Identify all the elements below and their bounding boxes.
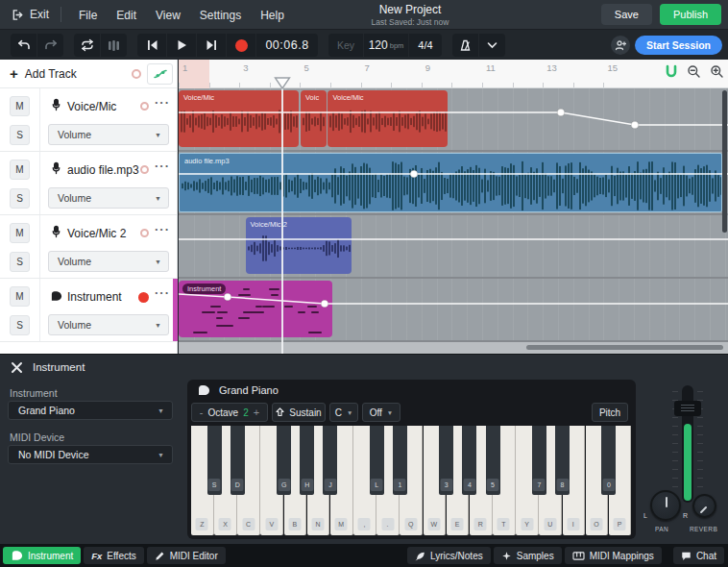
octave-plus-button[interactable]: + <box>254 407 259 418</box>
tab-midi-mappings[interactable]: MIDI Mappings <box>565 547 662 564</box>
zoom-in-button[interactable] <box>710 64 724 79</box>
track-row[interactable]: MSVoice/Mic···Volume▼ <box>0 88 177 152</box>
volume-select[interactable]: Volume▼ <box>48 251 169 272</box>
menu-item-help[interactable]: Help <box>260 9 284 22</box>
skip-back-button[interactable] <box>137 34 166 57</box>
black-key-J[interactable]: J <box>323 426 337 495</box>
track-row[interactable]: MSInstrument···Volume▼ <box>0 279 177 342</box>
clip-voic[interactable]: Voic <box>301 90 327 147</box>
black-key-4[interactable]: 4 <box>462 426 476 495</box>
clip-voice-mic-2[interactable]: Voice/Mic 2 <box>246 217 352 274</box>
automation-toggle-button[interactable] <box>147 63 173 85</box>
pan-knob[interactable] <box>650 490 681 521</box>
redo-button[interactable] <box>37 34 63 57</box>
mute-button[interactable]: M <box>10 96 30 116</box>
black-key-1[interactable]: 1 <box>393 426 407 495</box>
mute-button[interactable]: M <box>10 286 30 307</box>
black-key-L[interactable]: L <box>370 426 384 495</box>
solo-button[interactable]: S <box>10 188 30 209</box>
solo-button[interactable]: S <box>10 315 30 335</box>
clip-voice-mic[interactable]: Voice/Mic <box>328 90 448 147</box>
pan-right-label: R <box>683 512 688 519</box>
octave-control[interactable]: - Octave 2 + <box>191 403 268 422</box>
tab-chat[interactable]: Chat <box>673 547 724 564</box>
record-arm-indicator[interactable] <box>140 102 149 111</box>
record-arm-indicator[interactable] <box>140 229 149 237</box>
piano-roll-view-button[interactable] <box>101 34 127 57</box>
menu-item-settings[interactable]: Settings <box>200 9 241 22</box>
track-options-button[interactable]: ··· <box>155 285 170 300</box>
snap-magnet-button[interactable] <box>665 64 678 79</box>
tab-lyrics-notes[interactable]: Lyrics/Notes <box>407 547 491 564</box>
menu-item-view[interactable]: View <box>156 9 181 22</box>
project-title[interactable]: New Project <box>372 3 449 16</box>
vertical-scrollbar[interactable] <box>722 90 727 233</box>
key-shortcut-label: B <box>288 518 301 530</box>
track-options-button[interactable]: ··· <box>155 222 170 236</box>
record-arm-indicator[interactable] <box>138 292 149 303</box>
instrument-select[interactable]: Grand Piano▼ <box>8 401 173 420</box>
horizontal-scrollbar[interactable] <box>526 345 723 350</box>
volume-slider-handle[interactable] <box>674 401 701 416</box>
key-selector[interactable]: Key <box>328 34 363 57</box>
automation-icon <box>153 67 168 81</box>
add-track-button[interactable]: + Add Track <box>10 66 77 81</box>
record-button[interactable] <box>227 34 255 57</box>
publish-button[interactable]: Publish <box>660 4 721 25</box>
undo-button[interactable] <box>11 34 36 57</box>
midi-device-select[interactable]: No MIDI Device▼ <box>8 445 173 464</box>
track-options-button[interactable]: ··· <box>155 95 170 110</box>
track-row[interactable]: MSVoice/Mic 2···Volume▼ <box>0 215 177 279</box>
exit-button[interactable]: Exit <box>12 8 49 21</box>
reverb-knob[interactable] <box>692 494 716 518</box>
black-key-0[interactable]: 0 <box>601 426 616 495</box>
menu-item-edit[interactable]: Edit <box>116 9 136 22</box>
record-arm-indicator[interactable] <box>140 165 149 174</box>
scale-select[interactable]: Off▼ <box>362 403 400 422</box>
key-select[interactable]: C▼ <box>329 403 358 422</box>
play-button[interactable] <box>167 34 196 57</box>
menu-item-file[interactable]: File <box>79 9 97 22</box>
octave-minus-button[interactable]: - <box>200 407 204 418</box>
track-options-button[interactable]: ··· <box>155 159 170 173</box>
black-key-S[interactable]: S <box>207 426 222 495</box>
timeline-ruler[interactable]: 13579111315 <box>179 60 728 88</box>
metronome-button[interactable] <box>452 34 478 57</box>
clip-audio-file-mp3[interactable]: audio file.mp3 <box>179 153 722 212</box>
black-key-7[interactable]: 7 <box>532 426 546 495</box>
black-key-H[interactable]: H <box>300 426 314 495</box>
tab-instrument[interactable]: Instrument <box>3 547 81 564</box>
volume-select[interactable]: Volume▼ <box>48 124 169 145</box>
bpm-selector[interactable]: 120bpm <box>364 34 408 57</box>
volume-select[interactable]: Volume▼ <box>48 314 169 335</box>
pitch-button[interactable]: Pitch <box>592 403 628 422</box>
clip-instrument[interactable]: Instrument <box>179 281 332 337</box>
black-key-3[interactable]: 3 <box>439 426 453 495</box>
tab-midi-editor[interactable]: MIDI Editor <box>147 547 226 564</box>
metronome-options-button[interactable] <box>479 34 505 57</box>
record-indicator-icon[interactable] <box>132 69 141 79</box>
invite-collaborator-button[interactable] <box>611 36 630 55</box>
track-row[interactable]: MSaudio file.mp3···Volume▼ <box>0 152 177 215</box>
black-key-8[interactable]: 8 <box>555 426 570 495</box>
zoom-out-button[interactable] <box>687 64 701 79</box>
loop-button[interactable] <box>74 34 100 57</box>
solo-button[interactable]: S <box>10 125 30 145</box>
mute-button[interactable]: M <box>10 160 30 180</box>
mute-button[interactable]: M <box>10 223 30 243</box>
time-signature-selector[interactable]: 4/4 <box>409 34 442 57</box>
close-panel-button[interactable] <box>11 361 23 374</box>
black-key-5[interactable]: 5 <box>486 426 500 495</box>
black-key-D[interactable]: D <box>231 426 245 495</box>
ruler-bar-number: 15 <box>607 62 618 73</box>
playhead-handle[interactable] <box>274 76 291 93</box>
volume-select[interactable]: Volume▼ <box>48 187 169 209</box>
skip-forward-button[interactable] <box>197 34 226 57</box>
tab-samples[interactable]: Samples <box>494 547 562 564</box>
sustain-button[interactable]: Sustain <box>272 403 326 422</box>
start-session-button[interactable]: Start Session <box>635 36 722 55</box>
black-key-G[interactable]: G <box>277 426 291 495</box>
solo-button[interactable]: S <box>10 252 30 272</box>
save-button[interactable]: Save <box>601 4 652 25</box>
tab-effects[interactable]: FxEffects <box>84 547 143 564</box>
